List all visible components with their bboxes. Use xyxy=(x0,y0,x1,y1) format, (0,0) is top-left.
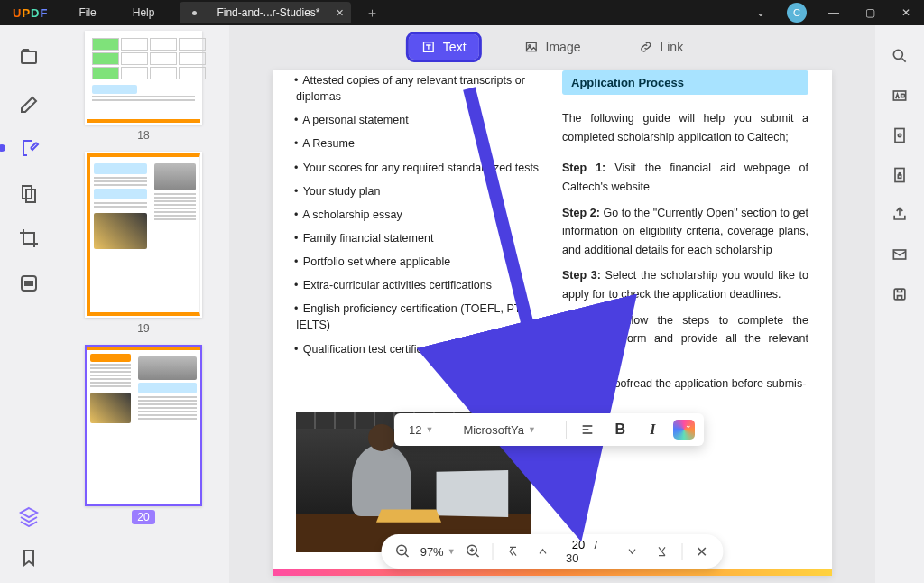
page-setup-icon[interactable] xyxy=(891,126,909,144)
link-icon xyxy=(638,40,652,54)
edit-tool-tabs: Text Image Link xyxy=(409,34,696,60)
tab-text[interactable]: Text xyxy=(409,34,479,60)
search-icon[interactable] xyxy=(891,47,909,65)
tab-link[interactable]: Link xyxy=(625,34,696,60)
requirements-list: Attested copies of any relevant transcri… xyxy=(296,70,542,357)
reader-mode-icon[interactable] xyxy=(18,47,40,69)
edit-text-icon[interactable] xyxy=(18,137,40,159)
thumbnail-label: 20 xyxy=(132,510,154,524)
last-page-button[interactable] xyxy=(650,538,674,565)
svg-rect-4 xyxy=(25,282,32,285)
ocr-icon[interactable] xyxy=(891,87,909,105)
chevron-down-icon[interactable]: ⌄ xyxy=(744,6,778,19)
tab-indicator-icon xyxy=(192,11,197,15)
list-item[interactable]: Your scores for any required standardize… xyxy=(296,160,542,176)
email-icon[interactable] xyxy=(891,245,909,264)
workspace: 18 19 20 Text Image xyxy=(0,25,924,583)
thumbnail-20[interactable]: 20 xyxy=(58,345,229,524)
zoom-out-button[interactable] xyxy=(391,538,415,565)
svg-rect-12 xyxy=(893,91,905,100)
right-toolbar xyxy=(875,25,924,583)
close-toolbar-button[interactable]: ✕ xyxy=(689,538,714,565)
tab-image[interactable]: Image xyxy=(512,34,594,60)
thumbnail-19[interactable]: 19 xyxy=(58,152,229,336)
save-icon[interactable] xyxy=(891,285,909,303)
first-page-button[interactable] xyxy=(501,538,525,565)
list-item[interactable]: Your study plan xyxy=(296,183,542,199)
list-item[interactable]: A scholarship essay xyxy=(296,207,542,223)
menu-file[interactable]: File xyxy=(60,6,114,19)
thumbnail-label: 18 xyxy=(132,128,154,143)
tab-title: Find-and-...r-Studies* xyxy=(217,6,319,19)
align-button[interactable] xyxy=(576,418,599,441)
document-tab[interactable]: Find-and-...r-Studies* ✕ xyxy=(180,2,351,23)
bold-button[interactable]: B xyxy=(608,418,632,441)
svg-point-11 xyxy=(893,50,902,59)
list-item[interactable]: A personal statement xyxy=(296,112,542,128)
font-family-select[interactable]: MicrosoftYa▼ xyxy=(457,420,557,440)
window-minimize-button[interactable]: — xyxy=(816,0,852,25)
thumbnail-panel: 18 19 20 xyxy=(58,25,229,583)
menu-help[interactable]: Help xyxy=(115,6,173,19)
list-item[interactable]: Family financial statement xyxy=(296,230,542,246)
share-icon[interactable] xyxy=(891,206,909,224)
text-insert-box[interactable]: TEXT xyxy=(545,451,585,467)
window-close-button[interactable]: ✕ xyxy=(888,0,924,25)
text-color-button[interactable] xyxy=(673,420,695,440)
editor-area: Text Image Link Attested copies of any r… xyxy=(229,25,875,583)
title-bar: UPDF File Help Find-and-...r-Studies* ✕ … xyxy=(0,0,924,25)
text-icon xyxy=(421,40,436,54)
page-number-field[interactable]: / 30 xyxy=(560,538,614,565)
step-item[interactable]: Step 2: Go to the "Currently Open" secti… xyxy=(562,204,808,260)
svg-rect-16 xyxy=(898,175,901,178)
new-tab-button[interactable]: ＋ xyxy=(351,5,393,22)
layers-icon[interactable] xyxy=(18,505,40,527)
list-item[interactable]: Portfolio set where applicable xyxy=(296,254,542,270)
step-item[interactable]: Step 5: Proofread the application before… xyxy=(562,375,808,393)
highlighter-icon[interactable] xyxy=(18,92,40,114)
zoom-navigation-bar: 97%▼ / 30 ✕ xyxy=(382,534,724,569)
intro-paragraph[interactable]: The following guide will help you submit… xyxy=(562,109,808,146)
svg-rect-0 xyxy=(22,51,36,63)
list-item[interactable]: A Resume xyxy=(296,135,542,152)
italic-button[interactable]: I xyxy=(641,418,664,441)
list-item[interactable]: Attested copies of any relevant transcri… xyxy=(296,72,542,105)
step-item[interactable]: Step 3: Select the scholarship you would… xyxy=(562,266,808,303)
tab-image-label: Image xyxy=(546,40,581,54)
resize-handle-icon[interactable] xyxy=(542,457,548,462)
list-item[interactable]: Extra-curricular activities certificatio… xyxy=(296,277,542,293)
resize-handle-icon[interactable] xyxy=(582,457,587,462)
crop-icon[interactable] xyxy=(18,227,40,249)
app-logo: UPDF xyxy=(0,6,60,20)
svg-point-14 xyxy=(898,134,901,136)
step-item[interactable]: Step 4: Follow the steps to complete the… xyxy=(562,311,808,367)
section-header[interactable]: Application Process xyxy=(562,70,808,95)
inserted-text[interactable]: TEXT xyxy=(549,453,578,466)
svg-rect-13 xyxy=(895,129,904,143)
window-maximize-button[interactable]: ▢ xyxy=(852,0,888,25)
bookmark-icon[interactable] xyxy=(18,547,40,569)
prev-page-button[interactable] xyxy=(531,538,555,565)
thumbnail-label: 19 xyxy=(132,321,154,336)
zoom-level-select[interactable]: 97%▼ xyxy=(420,545,456,559)
step-item[interactable]: Step 1: Visit the financial aid webpage … xyxy=(562,159,808,196)
svg-rect-18 xyxy=(894,289,905,300)
tab-close-icon[interactable]: ✕ xyxy=(336,7,344,19)
redact-icon[interactable] xyxy=(18,273,40,294)
image-icon xyxy=(524,40,539,54)
text-format-toolbar: 12▼ MicrosoftYa▼ B I xyxy=(394,413,704,446)
svg-rect-6 xyxy=(526,42,536,51)
user-avatar[interactable]: C xyxy=(787,3,807,23)
left-toolbar xyxy=(0,25,58,583)
protect-icon[interactable] xyxy=(891,166,909,184)
list-item[interactable]: Qualification test certificates (GRE, GM… xyxy=(296,341,542,357)
next-page-button[interactable] xyxy=(620,538,644,565)
tab-text-label: Text xyxy=(443,40,467,54)
organize-pages-icon[interactable] xyxy=(18,182,40,204)
font-size-select[interactable]: 12▼ xyxy=(403,420,439,440)
page-canvas[interactable]: Attested copies of any relevant transcri… xyxy=(273,70,832,576)
thumbnail-18[interactable]: 18 xyxy=(58,31,229,143)
zoom-in-button[interactable] xyxy=(461,538,485,565)
list-item[interactable]: English proficiency certification (TOEFL… xyxy=(296,301,542,333)
tab-link-label: Link xyxy=(660,40,683,54)
